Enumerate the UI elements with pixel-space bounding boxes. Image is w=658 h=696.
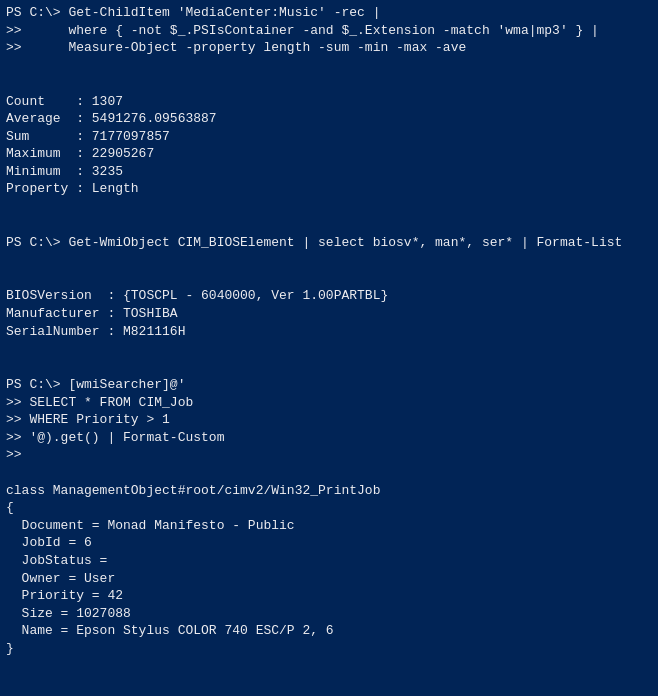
terminal-line <box>6 57 652 75</box>
terminal-line: >> where { -not $_.PSIsContainer -and $_… <box>6 22 652 40</box>
terminal-line: } <box>6 640 652 658</box>
terminal-line: Property : Length <box>6 180 652 198</box>
terminal-line: >> WHERE Priority > 1 <box>6 411 652 429</box>
terminal-line <box>6 75 652 93</box>
terminal-line <box>6 269 652 287</box>
terminal-line <box>6 358 652 376</box>
terminal-line: PS C:\> Get-ChildItem 'MediaCenter:Music… <box>6 4 652 22</box>
terminal-line: Size = 1027088 <box>6 605 652 623</box>
terminal-line: JobStatus = <box>6 552 652 570</box>
terminal-window[interactable]: PS C:\> Get-ChildItem 'MediaCenter:Music… <box>0 0 658 696</box>
terminal-line: Minimum : 3235 <box>6 163 652 181</box>
terminal-line: BIOSVersion : {TOSCPL - 6040000, Ver 1.0… <box>6 287 652 305</box>
terminal-line <box>6 216 652 234</box>
terminal-line <box>6 675 652 693</box>
terminal-line: PS C:\> Get-WmiObject CIM_BIOSElement | … <box>6 234 652 252</box>
terminal-line: SerialNumber : M821116H <box>6 323 652 341</box>
terminal-line: Document = Monad Manifesto - Public <box>6 517 652 535</box>
terminal-line: Maximum : 22905267 <box>6 145 652 163</box>
terminal-line: JobId = 6 <box>6 534 652 552</box>
terminal-line: >> Measure-Object -property length -sum … <box>6 39 652 57</box>
terminal-line <box>6 657 652 675</box>
terminal-line: Name = Epson Stylus COLOR 740 ESC/P 2, 6 <box>6 622 652 640</box>
terminal-line: Priority = 42 <box>6 587 652 605</box>
terminal-line: PS C:\> [wmiSearcher]@' <box>6 376 652 394</box>
terminal-line: Owner = User <box>6 570 652 588</box>
terminal-line <box>6 464 652 482</box>
terminal-line: Average : 5491276.09563887 <box>6 110 652 128</box>
terminal-line: Sum : 7177097857 <box>6 128 652 146</box>
terminal-line: >> SELECT * FROM CIM_Job <box>6 394 652 412</box>
terminal-line <box>6 340 652 358</box>
terminal-line: class ManagementObject#root/cimv2/Win32_… <box>6 482 652 500</box>
terminal-line <box>6 251 652 269</box>
terminal-line: Manufacturer : TOSHIBA <box>6 305 652 323</box>
terminal-line <box>6 198 652 216</box>
terminal-line: >> '@).get() | Format-Custom <box>6 429 652 447</box>
terminal-line: { <box>6 499 652 517</box>
terminal-line: Count : 1307 <box>6 93 652 111</box>
terminal-line: >> <box>6 446 652 464</box>
